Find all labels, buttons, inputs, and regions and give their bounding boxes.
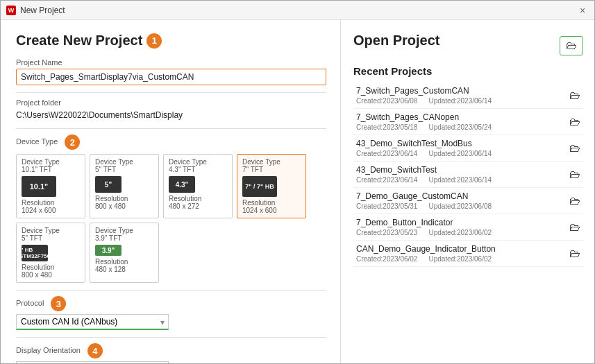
recent-item-updated: Updated:2023/06/08 <box>428 202 492 210</box>
step2-badge: 2 <box>65 135 80 150</box>
close-button[interactable]: × <box>576 4 589 17</box>
recent-item[interactable]: 43_Demo_SwitchTest_ModBus Created:2023/0… <box>353 135 583 162</box>
recent-item[interactable]: 7_Switch_Pages_CANopen Created:2023/05/1… <box>353 109 583 135</box>
recent-item-folder-icon: 🗁 <box>569 221 580 234</box>
recent-item[interactable]: 7_Demo_Gauge_CustomCAN Created:2023/05/3… <box>353 188 583 214</box>
device-card-3[interactable]: Device Type7" TFT 7" / 7" HB Resolution1… <box>237 154 306 218</box>
recent-item-created: Created:2023/05/18 <box>356 123 417 131</box>
recent-item[interactable]: 43_Demo_SwitchTest Created:2023/06/14 Up… <box>353 162 583 188</box>
recent-item-name: 7_Switch_Pages_CANopen <box>356 112 564 122</box>
recent-item-info: CAN_Demo_Gauge_Indicator_Button Created:… <box>356 244 564 263</box>
step3-badge: 3 <box>51 296 66 311</box>
divider2 <box>16 128 326 129</box>
recent-item-updated: Updated:2023/06/14 <box>428 97 492 105</box>
recent-item-info: 7_Switch_Pages_CANopen Created:2023/05/1… <box>356 112 564 131</box>
recent-item-info: 7_Demo_Gauge_CustomCAN Created:2023/05/3… <box>356 191 564 210</box>
orientation-group: Display Orientation 4 Landscape Portrait <box>16 343 326 363</box>
recent-item[interactable]: CAN_Demo_Gauge_Indicator_Button Created:… <box>353 241 583 267</box>
recent-item-name: 43_Demo_SwitchTest <box>356 165 564 175</box>
device-card-0[interactable]: Device Type10.1" TFT 10.1" Resolution102… <box>16 154 85 218</box>
device-screen-3: 7" / 7" HB <box>242 176 277 197</box>
right-panel: Open Project 🗁 Recent Projects 7_Switch_… <box>341 20 594 363</box>
folder-icon: 🗁 <box>566 40 577 51</box>
window-frame: W New Project × Create New Project 1 Pro… <box>0 0 595 364</box>
device-card-5[interactable]: Device Type3.9" TFT 3.9" Resolution480 x… <box>90 223 159 283</box>
recent-item-dates: Created:2023/05/18 Updated:2023/05/24 <box>356 123 564 131</box>
recent-item-folder-icon: 🗁 <box>569 168 580 181</box>
open-project-header: Open Project 🗁 <box>353 33 583 58</box>
device-card-2[interactable]: Device Type4.3" TFT 4.3" Resolution480 x… <box>163 154 233 218</box>
device-screen-0: 10.1" <box>22 176 56 197</box>
recent-item-created: Created:2023/06/14 <box>356 150 417 157</box>
recent-item-dates: Created:2023/06/14 Updated:2023/06/14 <box>356 150 564 157</box>
recent-item-name: 7_Demo_Gauge_CustomCAN <box>356 191 564 201</box>
device-screen-5: 3.9" <box>95 245 121 256</box>
open-project-title: Open Project <box>353 33 439 49</box>
recent-item-created: Created:2023/06/14 <box>356 176 417 184</box>
recent-projects-list: 7_Switch_Pages_CustomCAN Created:2023/06… <box>353 83 583 267</box>
divider4 <box>16 337 326 338</box>
recent-item-info: 43_Demo_SwitchTest Created:2023/06/14 Up… <box>356 165 564 184</box>
recent-item-name: CAN_Demo_Gauge_Indicator_Button <box>356 244 564 254</box>
device-type-group: Device Type 2 Device Type10.1" TFT 10.1"… <box>16 135 326 283</box>
recent-item-name: 43_Demo_SwitchTest_ModBus <box>356 139 564 148</box>
step1-badge: 1 <box>146 33 162 49</box>
protocol-select-wrapper: Custom CAN Id (CANbus) J1939 CANopen Mod… <box>16 314 169 330</box>
recent-item-dates: Created:2023/06/02 Updated:2023/06/02 <box>356 255 564 263</box>
recent-item-dates: Created:2023/05/23 Updated:2023/06/02 <box>356 229 564 236</box>
recent-projects-title: Recent Projects <box>353 65 583 77</box>
project-name-group: Project Name <box>16 58 326 85</box>
recent-item-updated: Updated:2023/06/14 <box>428 150 492 157</box>
recent-item-created: Created:2023/06/08 <box>356 97 417 105</box>
device-card-4[interactable]: Device Type5" TFT 5" HB (STM32F750) Reso… <box>16 223 85 283</box>
protocol-group: Protocol 3 Custom CAN Id (CANbus) J1939 … <box>16 296 326 330</box>
recent-item-created: Created:2023/05/31 <box>356 202 417 210</box>
orientation-label: Display Orientation <box>16 346 81 354</box>
recent-item-dates: Created:2023/06/08 Updated:2023/06/14 <box>356 97 564 105</box>
recent-item-name: 7_Demo_Button_Indicator <box>356 218 564 227</box>
step4-badge: 4 <box>87 343 103 358</box>
left-panel: Create New Project 1 Project Name Projec… <box>1 20 341 363</box>
title-bar: W New Project × <box>1 1 594 20</box>
title-bar-left: W New Project <box>6 6 65 15</box>
recent-item-dates: Created:2023/05/31 Updated:2023/06/08 <box>356 202 564 210</box>
device-screen-1: 5" <box>95 176 121 193</box>
recent-item-created: Created:2023/06/02 <box>356 255 417 263</box>
recent-item-dates: Created:2023/06/14 Updated:2023/06/14 <box>356 176 564 184</box>
recent-item-info: 7_Demo_Button_Indicator Created:2023/05/… <box>356 218 564 236</box>
window-title: New Project <box>20 6 65 15</box>
recent-item-folder-icon: 🗁 <box>569 248 580 260</box>
main-content: Create New Project 1 Project Name Projec… <box>1 20 594 363</box>
recent-item-folder-icon: 🗁 <box>569 142 580 155</box>
divider3 <box>16 290 326 291</box>
project-folder-label: Project folder <box>16 98 326 107</box>
protocol-select[interactable]: Custom CAN Id (CANbus) J1939 CANopen Mod… <box>16 314 169 330</box>
recent-item-updated: Updated:2023/06/02 <box>428 255 492 263</box>
recent-item-info: 43_Demo_SwitchTest_ModBus Created:2023/0… <box>356 139 564 157</box>
recent-item-created: Created:2023/05/23 <box>356 229 417 236</box>
device-screen-4: 5" HB (STM32F750) <box>22 245 48 261</box>
device-card-1[interactable]: Device Type5" TFT 5" Resolution800 x 480 <box>90 154 159 218</box>
open-folder-button[interactable]: 🗁 <box>560 36 583 55</box>
orientation-select-wrapper: Landscape Portrait <box>16 361 169 363</box>
device-grid: Device Type10.1" TFT 10.1" Resolution102… <box>16 154 326 283</box>
project-folder-group: Project folder C:\Users\W220022\Document… <box>16 98 326 121</box>
create-section-title: Create New Project 1 <box>16 33 326 49</box>
project-name-input[interactable] <box>16 69 326 85</box>
recent-item[interactable]: 7_Switch_Pages_CustomCAN Created:2023/06… <box>353 83 583 109</box>
device-screen-2: 4.3" <box>169 176 195 193</box>
recent-item[interactable]: 7_Demo_Button_Indicator Created:2023/05/… <box>353 214 583 241</box>
app-icon: W <box>6 6 16 15</box>
project-name-label: Project Name <box>16 58 326 67</box>
recent-item-folder-icon: 🗁 <box>569 195 580 207</box>
device-type-label: Device Type <box>16 137 58 146</box>
orientation-select[interactable]: Landscape Portrait <box>16 361 169 363</box>
protocol-label: Protocol <box>16 299 44 307</box>
recent-item-folder-icon: 🗁 <box>569 89 580 102</box>
project-folder-value: C:\Users\W220022\Documents\SmartDisplay <box>16 109 326 121</box>
recent-item-info: 7_Switch_Pages_CustomCAN Created:2023/06… <box>356 86 564 105</box>
recent-item-name: 7_Switch_Pages_CustomCAN <box>356 86 564 96</box>
recent-item-updated: Updated:2023/06/14 <box>428 176 492 184</box>
divider1 <box>16 92 326 93</box>
recent-item-updated: Updated:2023/05/24 <box>428 123 492 131</box>
